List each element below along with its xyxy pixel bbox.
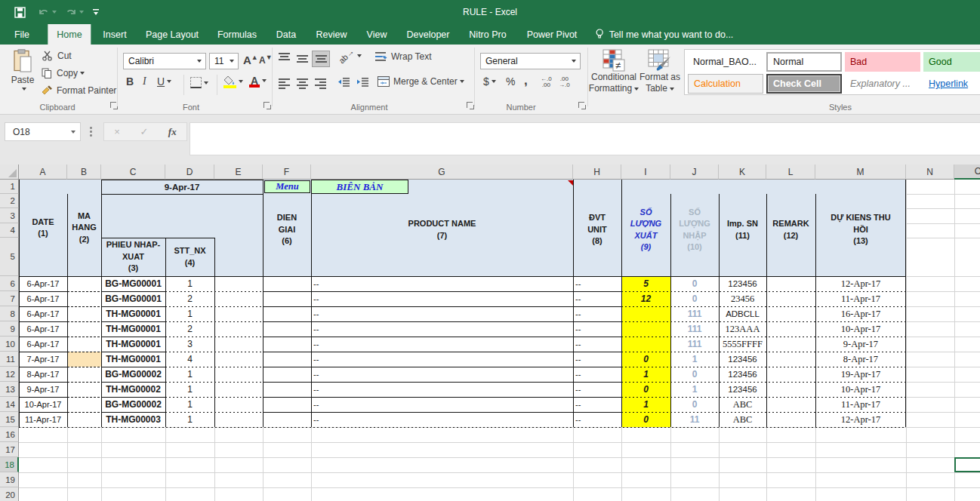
cell-M15[interactable]: 12-Apr-17	[815, 412, 906, 427]
cell-C11[interactable]: TH-MG00001	[101, 352, 165, 367]
header-stt-nx[interactable]: STT_NX(4)	[165, 238, 214, 276]
cell-K11[interactable]: 123456	[719, 352, 766, 367]
cell-J14[interactable]: 0	[670, 397, 719, 412]
cell-H15[interactable]: --	[573, 412, 621, 427]
decrease-font-button[interactable]: A▼	[259, 55, 273, 66]
fill-color-button[interactable]	[223, 75, 243, 88]
cell-D15[interactable]: 1	[165, 412, 214, 427]
cell-H6[interactable]: --	[573, 276, 621, 291]
header-imp-sn[interactable]: Imp. SN(11)	[719, 194, 766, 276]
row-header-7[interactable]: 7	[0, 291, 19, 306]
style-chip-check-cell[interactable]: Check Cell	[766, 74, 842, 94]
borders-button[interactable]	[190, 77, 208, 88]
cell-H9[interactable]: --	[573, 321, 621, 337]
cell-C13[interactable]: TH-MG00002	[101, 382, 165, 397]
column-header-K[interactable]: K	[719, 164, 766, 180]
tab-file[interactable]: File	[5, 24, 39, 45]
header-dvt-unit[interactable]: ĐVTUNIT(8)	[573, 194, 621, 276]
cell-D7[interactable]: 2	[165, 291, 214, 306]
cell-J11[interactable]: 1	[670, 352, 719, 367]
name-box[interactable]: O18	[5, 122, 81, 141]
format-as-table-dropdown-icon[interactable]	[670, 88, 674, 91]
cut-button[interactable]: Cut	[42, 51, 72, 61]
font-family-dropdown-icon[interactable]	[197, 60, 202, 63]
font-size-combo[interactable]: 11	[209, 53, 239, 69]
cell-C15[interactable]: TH-MG00003	[101, 412, 165, 427]
row-header-15[interactable]: 15	[0, 412, 19, 427]
column-header-L[interactable]: L	[766, 164, 815, 180]
number-format-combo[interactable]: General	[480, 53, 581, 69]
row-header-8[interactable]: 8	[0, 306, 19, 321]
borders-dropdown-icon[interactable]	[204, 81, 208, 85]
row-header-17[interactable]: 17	[0, 442, 19, 457]
font-size-dropdown-icon[interactable]	[230, 60, 234, 63]
cell-M10[interactable]: 9-Apr-17	[815, 337, 906, 352]
paste-button[interactable]: Paste	[8, 49, 38, 91]
tab-review[interactable]: Review	[307, 24, 356, 45]
enter-button[interactable]: ✓	[140, 126, 148, 137]
cell-J7[interactable]: 0	[670, 291, 719, 306]
percent-style-button[interactable]: %	[506, 75, 515, 88]
cell-D12[interactable]: 1	[165, 367, 214, 382]
column-header-D[interactable]: D	[165, 164, 214, 180]
cell-C7[interactable]: BG-MG00001	[101, 291, 165, 306]
tab-view[interactable]: View	[358, 24, 396, 45]
cell-K13[interactable]: 123456	[719, 382, 766, 397]
cell-D11[interactable]: 4	[165, 352, 214, 367]
bien-ban-label[interactable]: BIÊN BẢN	[311, 180, 408, 194]
cell-I15[interactable]: 0	[621, 412, 670, 427]
cell-A10[interactable]: 6-Apr-17	[19, 337, 67, 352]
underline-dropdown-icon[interactable]	[167, 80, 171, 83]
header-phieu[interactable]: PHIEU NHAP-XUAT(3)	[101, 238, 165, 276]
orientation-button[interactable]: ab→	[337, 51, 362, 60]
cell-J10[interactable]: 111	[670, 337, 719, 352]
increase-indent-button[interactable]	[356, 77, 369, 87]
header-product-name[interactable]: PRODUCT NAME(7)	[311, 194, 573, 276]
cell-M8[interactable]: 16-Apr-17	[815, 306, 906, 321]
top-align-button[interactable]	[279, 53, 290, 63]
cell-D10[interactable]: 3	[165, 337, 214, 352]
row-header-18[interactable]: 18	[0, 457, 19, 472]
row-header-4[interactable]: 4	[0, 223, 19, 238]
accounting-dropdown-icon[interactable]	[492, 80, 496, 83]
formula-bar-drag-handle[interactable]	[90, 127, 92, 138]
cell-H11[interactable]: --	[573, 352, 621, 367]
tab-nitro-pro[interactable]: Nitro Pro	[460, 24, 515, 45]
cell-D14[interactable]: 1	[165, 397, 214, 412]
cell-M14[interactable]: 11-Apr-17	[815, 397, 906, 412]
cell-H14[interactable]: --	[573, 397, 621, 412]
cell-A8[interactable]: 6-Apr-17	[19, 306, 67, 321]
bottom-align-button-active[interactable]	[312, 51, 330, 67]
column-header-C[interactable]: C	[101, 164, 165, 180]
cell-K14[interactable]: ABC	[719, 397, 766, 412]
cell-G14[interactable]: --	[311, 397, 573, 412]
cell-G7[interactable]: --	[311, 291, 573, 306]
decrease-indent-button[interactable]	[337, 77, 350, 87]
copy-button[interactable]: Copy	[42, 68, 85, 78]
cell-D8[interactable]: 1	[165, 306, 214, 321]
merge-center-dropdown-icon[interactable]	[460, 80, 464, 83]
column-header-A[interactable]: A	[19, 164, 67, 180]
cell-D6[interactable]: 1	[165, 276, 214, 291]
font-color-button[interactable]: A	[249, 75, 267, 87]
row-header-2[interactable]: 2	[0, 194, 19, 208]
format-painter-button[interactable]: Format Painter	[42, 85, 116, 96]
style-chip-hyperlink[interactable]: Hyperlink	[923, 74, 980, 94]
copy-dropdown-icon[interactable]	[80, 72, 85, 75]
cell-H12[interactable]: --	[573, 367, 621, 382]
cell-K15[interactable]: ABC	[719, 412, 766, 427]
style-chip-normal[interactable]: Normal	[766, 52, 842, 72]
row-header-10[interactable]: 10	[0, 337, 19, 352]
middle-align-button[interactable]	[297, 54, 308, 65]
cell-I12[interactable]: 1	[621, 367, 670, 382]
increase-decimal-button[interactable]: ←.0.00	[541, 76, 552, 88]
wrap-text-button[interactable]: Wrap Text	[375, 51, 432, 62]
cell-I6[interactable]: 5	[621, 276, 670, 291]
increase-font-button[interactable]: A▲	[243, 54, 258, 66]
cell-C8[interactable]: TH-MG00001	[101, 306, 165, 321]
cell-I11[interactable]: 0	[621, 352, 670, 367]
cell-G11[interactable]: --	[311, 352, 573, 367]
insert-function-button[interactable]: fx	[168, 126, 177, 138]
header-remark[interactable]: REMARK(12)	[766, 194, 815, 276]
row-header-9[interactable]: 9	[0, 321, 19, 337]
